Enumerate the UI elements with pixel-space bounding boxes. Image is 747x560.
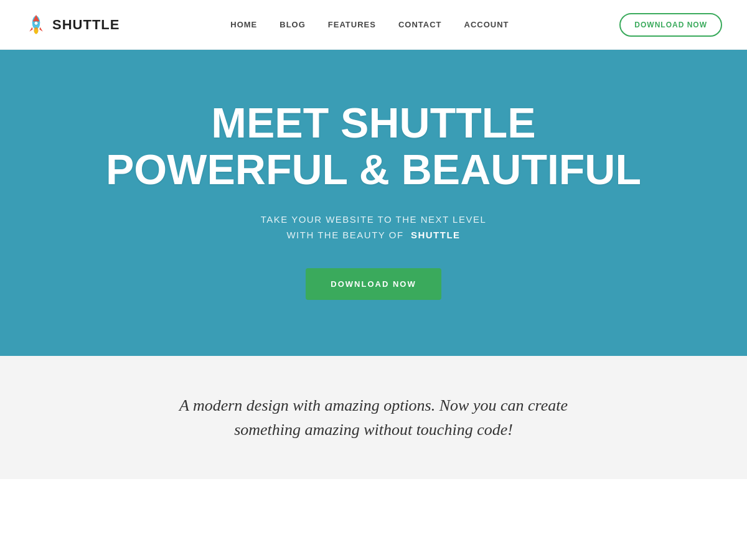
logo-text: SHUTTLE	[52, 17, 120, 33]
hero-download-button[interactable]: DOWNLOAD NOW	[306, 268, 441, 300]
rocket-icon	[25, 14, 47, 36]
nav-item-features[interactable]: FEATURES	[328, 20, 376, 29]
tagline-part1: A modern design with amazing options. No…	[179, 396, 568, 414]
svg-marker-2	[29, 27, 32, 31]
nav-item-contact[interactable]: CONTACT	[398, 20, 442, 29]
hero-subtitle-line2: WITH THE BEAUTY OF	[286, 230, 403, 240]
site-header: SHUTTLE HOME BLOG FEATURES CONTACT ACCOU…	[0, 0, 747, 50]
hero-title-line2: POWERFUL & BEAUTIFUL	[106, 146, 641, 193]
nav-item-account[interactable]: ACCOUNT	[464, 20, 509, 29]
nav-item-blog[interactable]: BLOG	[280, 20, 306, 29]
hero-title-line1: MEET SHUTTLE	[211, 99, 535, 146]
hero-title: MEET SHUTTLE POWERFUL & BEAUTIFUL	[106, 100, 641, 193]
tagline-text: A modern design with amazing options. No…	[25, 393, 722, 442]
nav-item-home[interactable]: HOME	[230, 20, 257, 29]
hero-subtitle-brand: SHUTTLE	[411, 230, 461, 240]
svg-marker-3	[39, 27, 42, 31]
logo[interactable]: SHUTTLE	[25, 14, 120, 36]
hero-subtitle-line1: TAKE YOUR WEBSITE TO THE NEXT LEVEL	[261, 214, 487, 225]
hero-section: MEET SHUTTLE POWERFUL & BEAUTIFUL TAKE Y…	[0, 50, 747, 356]
main-nav: HOME BLOG FEATURES CONTACT ACCOUNT	[230, 20, 509, 29]
content-spacer	[0, 479, 747, 560]
svg-point-4	[34, 21, 38, 25]
header-download-button[interactable]: DOWNLOAD NOW	[619, 13, 722, 37]
hero-subtitle: TAKE YOUR WEBSITE TO THE NEXT LEVEL WITH…	[261, 212, 487, 243]
tagline-section: A modern design with amazing options. No…	[0, 356, 747, 479]
svg-point-6	[35, 29, 38, 34]
tagline-part2: something amazing without touching code!	[234, 421, 513, 439]
